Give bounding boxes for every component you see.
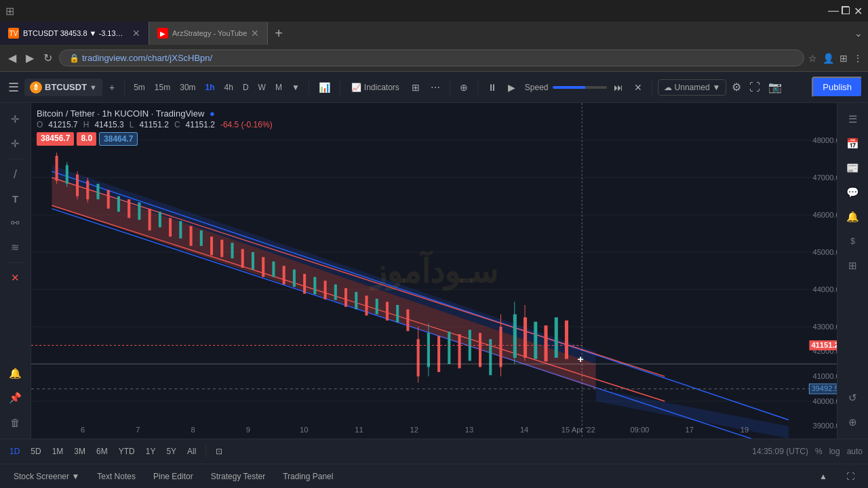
auto-label[interactable]: auto (847, 447, 863, 456)
more-tools-button[interactable]: ⋯ (427, 79, 444, 96)
browser-menu-icon[interactable]: ⋮ (853, 53, 863, 64)
fullscreen-button[interactable]: ⛶ (747, 79, 763, 96)
fib-tool-button[interactable]: ≋ (5, 237, 26, 258)
l-label: L (130, 120, 134, 129)
tab-bar: TV BTCUSDT 38453.8 ▼ -3.13%... ✕ ▶ ArzSt… (0, 22, 868, 45)
range-ytd[interactable]: YTD (115, 445, 139, 458)
pine-editor-panel[interactable]: Pine Editor (145, 469, 201, 484)
profile-icon[interactable]: 👤 (823, 53, 834, 64)
text-notes-panel[interactable]: Text Notes (89, 469, 144, 484)
svg-rect-29 (159, 211, 161, 227)
hamburger-menu[interactable]: ☰ (5, 77, 22, 98)
alert-button[interactable]: 🔔 (5, 363, 26, 384)
publish-button[interactable]: Publish (812, 77, 863, 98)
trash-button[interactable]: 🗑 (5, 411, 26, 433)
ideas-button[interactable]: 💬 (842, 182, 864, 203)
new-tab-button[interactable]: + (268, 22, 290, 45)
chart-type-button[interactable]: 📊 (315, 79, 334, 96)
price-box-3[interactable]: 38464.7 (99, 132, 138, 146)
crosshair-tool-button[interactable]: ✛ (5, 133, 26, 155)
range-6m[interactable]: 6M (92, 445, 112, 458)
range-5y[interactable]: 5Y (162, 445, 180, 458)
tf-15m[interactable]: 15m (151, 81, 174, 94)
tf-D[interactable]: D (239, 81, 252, 94)
log-label[interactable]: log (829, 447, 840, 456)
close-button[interactable]: ✕ (853, 6, 863, 16)
compare-button[interactable]: ⊕ (456, 79, 472, 96)
watchlist-button[interactable]: ☰ (842, 108, 864, 130)
tf-30m[interactable]: 30m (176, 81, 199, 94)
stop-replay-button[interactable]: ✕ (630, 79, 646, 96)
delete-tool-button[interactable]: ✕ (5, 267, 26, 289)
layout-button[interactable]: ☁ Unnamed ▼ (658, 79, 727, 96)
stock-screener-arrow: ▼ (71, 472, 79, 481)
svg-rect-63 (489, 339, 492, 375)
speed-slider[interactable] (553, 86, 607, 89)
extensions-icon[interactable]: ⊞ (840, 53, 848, 64)
measure-tool-button[interactable]: ⚯ (5, 212, 26, 234)
tf-W[interactable]: W (255, 81, 269, 94)
url-text: tradingview.com/chart/jXScHBpn/ (82, 53, 212, 63)
minimize-tab-icon[interactable]: ⌄ (854, 28, 863, 39)
refresh-button[interactable]: ↻ (41, 50, 55, 66)
settings-button[interactable]: ⚙ (729, 78, 744, 96)
url-bar[interactable]: 🔒 tradingview.com/chart/jXScHBpn/ (59, 49, 804, 66)
percent-label[interactable]: % (815, 447, 823, 456)
forward-button[interactable]: ▶ (23, 50, 37, 66)
window-controls[interactable]: — ⧠ ✕ (829, 6, 863, 16)
tf-5m[interactable]: 5m (130, 81, 149, 94)
maximize-button[interactable]: ⧠ (841, 6, 850, 16)
separator-4 (450, 79, 450, 96)
fit-screen-button[interactable]: ⊡ (212, 445, 226, 458)
back-button[interactable]: ◀ (5, 50, 19, 66)
text-tool-button[interactable]: T (5, 188, 26, 209)
tab-close-tradingview[interactable]: ✕ (132, 28, 140, 39)
templates-button[interactable]: ⊞ (408, 79, 424, 96)
zoom-reset-button[interactable]: ⊕ (842, 411, 864, 433)
snapshot-button[interactable]: 📷 (766, 78, 785, 96)
tf-4h[interactable]: 4h (221, 81, 237, 94)
minimize-button[interactable]: — (829, 6, 838, 16)
price-box-1[interactable]: 38456.7 (37, 132, 74, 146)
range-all[interactable]: All (183, 445, 200, 458)
dom-button[interactable]: ⊞ (842, 255, 864, 277)
symbol-selector[interactable]: ₿ BTCUSDT ▼ (24, 79, 102, 96)
pause-button[interactable]: ⏸ (484, 79, 501, 96)
svg-text:43000.0: 43000.0 (812, 323, 837, 330)
lt-separator-2 (7, 262, 24, 263)
stock-screener-panel[interactable]: Stock Screener ▼ (5, 469, 87, 484)
svg-rect-49 (365, 296, 368, 315)
range-5d[interactable]: 5D (26, 445, 45, 458)
tf-dropdown[interactable]: ▼ (288, 81, 303, 94)
collapse-panel-button[interactable]: ▲ (811, 469, 835, 484)
cursor-tool-button[interactable]: ✛ (5, 108, 26, 130)
price-box-2[interactable]: 8.0 (77, 132, 96, 146)
indicators-button[interactable]: 📈 Indicators (346, 80, 405, 95)
strategy-tester-panel[interactable]: Strategy Tester (203, 469, 273, 484)
add-symbol-button[interactable]: + (105, 79, 119, 96)
replay-button[interactable]: ↺ (842, 387, 864, 409)
trading-panel-button[interactable]: Trading Panel (275, 469, 341, 484)
range-1m[interactable]: 1M (48, 445, 68, 458)
tf-M[interactable]: M (272, 81, 285, 94)
draw-line-button[interactable]: / (5, 163, 26, 185)
pin-button[interactable]: 📌 (5, 387, 26, 409)
skip-end-button[interactable]: ⏭ (610, 79, 627, 96)
svg-rect-34 (210, 237, 213, 256)
alerts-button[interactable]: 🔔 (842, 206, 864, 228)
svg-rect-52 (396, 305, 399, 323)
ohlc-bar: O 41215.7 H 41415.3 L 41151.2 C 41151.2 … (37, 120, 273, 129)
play-button[interactable]: ▶ (504, 79, 519, 96)
news-button[interactable]: 📰 (842, 157, 864, 179)
calendar-button[interactable]: 📅 (842, 133, 864, 155)
expand-panel-button[interactable]: ⛶ (838, 469, 863, 484)
tab-close-youtube[interactable]: ✕ (251, 28, 259, 39)
bookmark-icon[interactable]: ☆ (808, 53, 817, 64)
range-3m[interactable]: 3M (70, 445, 90, 458)
broker-button[interactable]: $ (842, 230, 864, 252)
range-1y[interactable]: 1Y (142, 445, 160, 458)
tf-1h[interactable]: 1h (202, 81, 218, 94)
tab-youtube[interactable]: ▶ ArzStrategy - YouTube ✕ (149, 22, 268, 45)
range-1d[interactable]: 1D (5, 445, 24, 458)
tab-tradingview[interactable]: TV BTCUSDT 38453.8 ▼ -3.13%... ✕ (0, 22, 149, 45)
